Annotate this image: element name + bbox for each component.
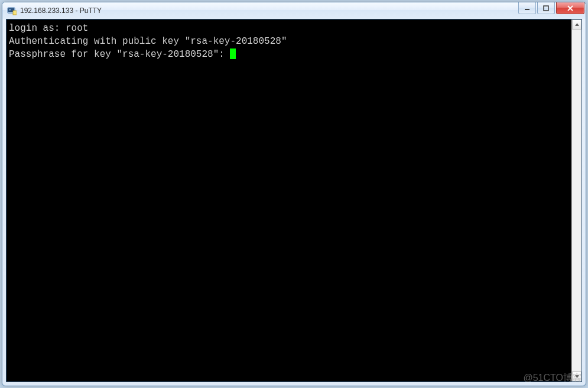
login-input-value: root [66,23,88,34]
terminal-cursor [230,48,236,59]
window-title: 192.168.233.133 - PuTTY [20,7,517,15]
svg-rect-6 [544,6,548,11]
svg-marker-9 [575,23,579,26]
terminal-line: login as: root [9,22,569,35]
svg-marker-10 [575,375,579,378]
close-button[interactable] [556,2,584,14]
scroll-down-button[interactable] [572,371,581,381]
titlebar[interactable]: 192.168.233.133 - PuTTY [2,2,586,19]
terminal-line: Passphrase for key "rsa-key-20180528": [9,48,569,61]
terminal-area: login as: rootAuthenticating with public… [6,19,582,382]
window-controls [517,2,584,19]
passphrase-prompt: Passphrase for key "rsa-key-20180528": [9,49,230,60]
scroll-up-button[interactable] [572,20,581,30]
vertical-scrollbar[interactable] [571,20,581,381]
putty-window: 192.168.233.133 - PuTTY login as: rootAu… [2,2,586,386]
minimize-button[interactable] [518,2,536,14]
terminal-line: Authenticating with public key "rsa-key-… [9,35,569,48]
terminal-output[interactable]: login as: rootAuthenticating with public… [7,20,571,381]
svg-rect-5 [525,9,529,10]
putty-icon [7,6,17,15]
login-prompt: login as: [9,23,66,34]
maximize-button[interactable] [537,2,555,14]
svg-rect-2 [13,11,17,15]
